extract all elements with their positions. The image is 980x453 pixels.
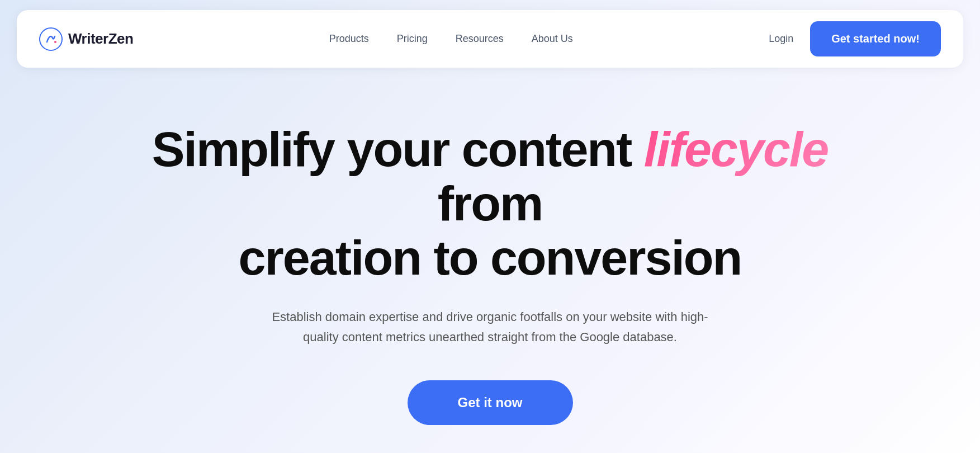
login-link[interactable]: Login — [769, 33, 793, 45]
hero-headline: Simplify your content lifecycle from cre… — [99, 122, 882, 285]
hero-subtext: Establish domain expertise and drive org… — [267, 307, 714, 346]
nav-item-pricing[interactable]: Pricing — [397, 33, 428, 45]
headline-line2: creation to conversion — [239, 230, 742, 285]
svg-point-1 — [54, 41, 56, 43]
nav-right: Login Get started now! — [769, 21, 941, 56]
svg-point-0 — [40, 28, 62, 50]
nav-item-about[interactable]: About Us — [532, 33, 573, 45]
hero-section: Simplify your content lifecycle from cre… — [0, 78, 980, 453]
nav-link-about[interactable]: About Us — [532, 33, 573, 44]
nav-link-pricing[interactable]: Pricing — [397, 33, 428, 44]
logo-text: WriterZen — [68, 30, 133, 48]
nav-link-products[interactable]: Products — [329, 33, 369, 44]
navbar: WriterZen Products Pricing Resources Abo… — [17, 10, 963, 68]
nav-item-products[interactable]: Products — [329, 33, 369, 45]
logo-icon — [39, 27, 63, 51]
headline-part2: from — [438, 176, 543, 231]
nav-links: Products Pricing Resources About Us — [329, 33, 573, 45]
nav-link-resources[interactable]: Resources — [456, 33, 504, 44]
logo[interactable]: WriterZen — [39, 27, 133, 51]
get-it-now-button[interactable]: Get it now — [408, 380, 573, 425]
get-started-button[interactable]: Get started now! — [810, 21, 941, 56]
nav-item-resources[interactable]: Resources — [456, 33, 504, 45]
headline-part1: Simplify your content — [152, 121, 644, 177]
headline-highlight: lifecycle — [644, 121, 828, 177]
